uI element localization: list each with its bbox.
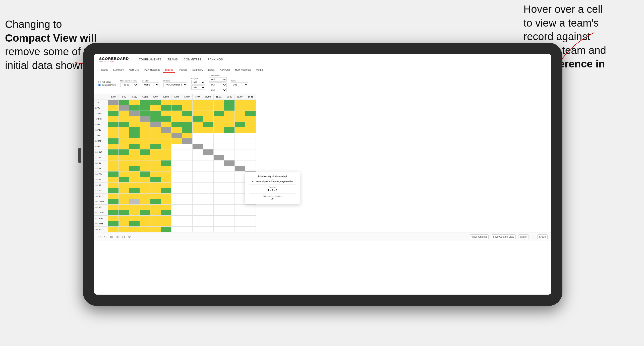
matrix-cell[interactable] xyxy=(119,171,129,177)
team-select[interactable]: (All) xyxy=(231,82,248,87)
matrix-cell[interactable] xyxy=(108,205,119,210)
matrix-cell[interactable] xyxy=(224,149,235,155)
matrix-cell[interactable] xyxy=(203,100,214,105)
matrix-cell[interactable] xyxy=(108,177,119,183)
matrix-cell[interactable] xyxy=(171,199,182,205)
matrix-cell[interactable] xyxy=(161,177,171,183)
matrix-cell[interactable] xyxy=(214,122,224,127)
matrix-cell[interactable] xyxy=(129,227,140,232)
matrix-cell[interactable] xyxy=(214,199,224,205)
matrix-cell[interactable] xyxy=(140,100,150,105)
matrix-cell[interactable] xyxy=(129,188,140,194)
matrix-cell[interactable] xyxy=(224,133,235,138)
matrix-cell[interactable] xyxy=(129,194,140,199)
matrix-cell[interactable] xyxy=(161,105,171,111)
matrix-cell[interactable] xyxy=(235,188,245,194)
matrix-cell[interactable] xyxy=(193,210,203,216)
matrix-cell[interactable] xyxy=(119,105,129,111)
nav-committee[interactable]: COMMITTEE xyxy=(184,58,202,61)
matrix-cell[interactable] xyxy=(119,183,129,188)
subnav-summary1[interactable]: Summary xyxy=(110,68,126,73)
redo-icon[interactable]: ↪ xyxy=(104,235,107,239)
matrix-cell[interactable] xyxy=(161,210,171,216)
matrix-cell[interactable] xyxy=(119,221,129,227)
matrix-cell[interactable] xyxy=(140,221,150,227)
matrix-cell[interactable] xyxy=(119,227,129,232)
undo-icon[interactable]: ↩ xyxy=(98,235,101,239)
matrix-cell[interactable] xyxy=(214,205,224,210)
matrix-cell[interactable] xyxy=(203,210,214,216)
matrix-cell[interactable] xyxy=(129,205,140,210)
matrix-cell[interactable] xyxy=(150,105,161,111)
matrix-cell[interactable] xyxy=(235,216,245,221)
radio-full-view-input[interactable] xyxy=(98,81,101,83)
matrix-cell[interactable] xyxy=(193,166,203,171)
matrix-cell[interactable] xyxy=(182,122,193,127)
matrix-cell[interactable] xyxy=(193,221,203,227)
nav-tournaments[interactable]: TOURNAMENTS xyxy=(139,58,161,61)
matrix-cell[interactable] xyxy=(119,210,129,216)
matrix-cell[interactable] xyxy=(214,216,224,221)
matrix-cell[interactable] xyxy=(235,127,245,133)
matrix-cell[interactable] xyxy=(129,111,140,116)
matrix-cell[interactable] xyxy=(203,221,214,227)
matrix-cell[interactable] xyxy=(140,194,150,199)
matrix-cell[interactable] xyxy=(129,183,140,188)
matrix-cell[interactable] xyxy=(203,122,214,127)
radio-full-view[interactable]: Full View xyxy=(98,81,116,83)
matrix-cell[interactable] xyxy=(171,160,182,166)
matrix-cell[interactable] xyxy=(235,105,245,111)
matrix-cell[interactable] xyxy=(140,133,150,138)
matrix-cell[interactable] xyxy=(193,171,203,177)
matrix-cell[interactable] xyxy=(224,205,235,210)
matrix-cell[interactable] xyxy=(182,194,193,199)
matrix-cell[interactable] xyxy=(150,199,161,205)
matrix-cell[interactable] xyxy=(119,199,129,205)
matrix-cell[interactable] xyxy=(129,122,140,127)
matrix-cell[interactable] xyxy=(119,122,129,127)
matrix-cell[interactable] xyxy=(150,160,161,166)
matrix-cell[interactable] xyxy=(140,160,150,166)
subnav-h2hgrid1[interactable]: H2H Grid xyxy=(126,68,142,73)
matrix-cell[interactable] xyxy=(214,127,224,133)
reset-icon[interactable]: ⟳ xyxy=(128,235,131,239)
matrix-cell[interactable] xyxy=(193,205,203,210)
matrix-cell[interactable] xyxy=(150,227,161,232)
matrix-cell[interactable] xyxy=(140,105,150,111)
matrix-cell[interactable] xyxy=(171,105,182,111)
matrix-cell[interactable] xyxy=(161,116,171,122)
matrix-cell[interactable] xyxy=(161,133,171,138)
matrix-cell[interactable] xyxy=(224,194,235,199)
matrix-cell[interactable] xyxy=(193,105,203,111)
matrix-cell[interactable] xyxy=(161,144,171,149)
matrix-cell[interactable] xyxy=(224,177,235,183)
matrix-cell[interactable] xyxy=(245,127,256,133)
matrix-cell[interactable] xyxy=(203,149,214,155)
subnav-matrix1[interactable]: Matrix xyxy=(163,68,175,73)
matrix-cell[interactable] xyxy=(245,160,256,166)
matrix-cell[interactable] xyxy=(150,221,161,227)
matrix-cell[interactable] xyxy=(182,210,193,216)
subnav-players[interactable]: Players xyxy=(177,68,190,73)
radio-compact-view[interactable]: Compact View xyxy=(98,84,116,86)
conference-select2[interactable]: (All) xyxy=(209,82,227,87)
matrix-cell[interactable] xyxy=(235,144,245,149)
matrix-cell[interactable] xyxy=(108,122,119,127)
matrix-cell[interactable] xyxy=(129,221,140,227)
matrix-cell[interactable] xyxy=(140,188,150,194)
matrix-cell[interactable] xyxy=(108,160,119,166)
nav-rankings[interactable]: RANKINGS xyxy=(208,58,223,61)
matrix-cell[interactable] xyxy=(182,127,193,133)
matrix-cell[interactable] xyxy=(203,116,214,122)
matrix-cell[interactable] xyxy=(182,155,193,160)
matrix-cell[interactable] xyxy=(108,144,119,149)
matrix-cell[interactable] xyxy=(182,205,193,210)
matrix-cell[interactable] xyxy=(129,199,140,205)
matrix-cell[interactable] xyxy=(214,111,224,116)
matrix-cell[interactable] xyxy=(108,105,119,111)
matrix-cell[interactable] xyxy=(119,155,129,160)
matrix-cell[interactable] xyxy=(235,160,245,166)
matrix-cell[interactable] xyxy=(150,144,161,149)
matrix-cell[interactable] xyxy=(119,127,129,133)
matrix-cell[interactable] xyxy=(245,105,256,111)
